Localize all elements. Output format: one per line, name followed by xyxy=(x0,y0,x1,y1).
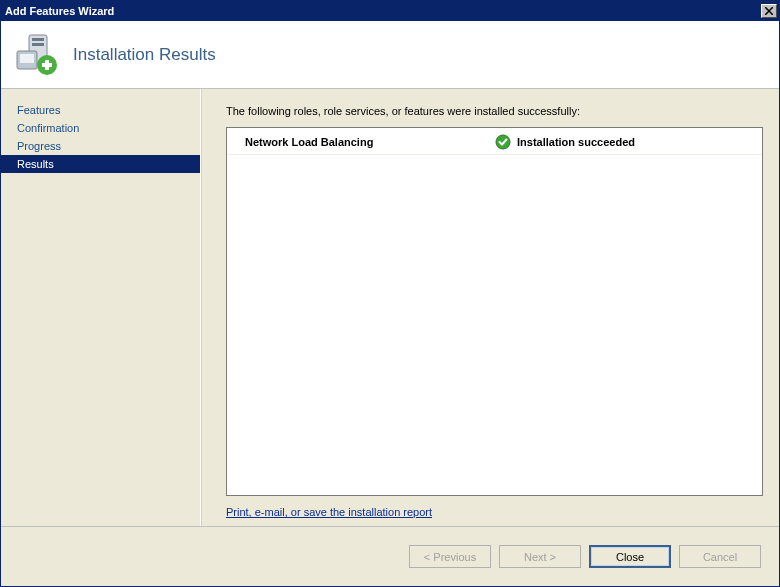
sidebar-item-confirmation[interactable]: Confirmation xyxy=(1,119,200,137)
server-wizard-icon xyxy=(15,33,59,77)
close-icon[interactable] xyxy=(761,4,777,18)
body: Features Confirmation Progress Results T… xyxy=(1,89,779,526)
svg-rect-7 xyxy=(45,60,49,70)
result-status-text: Installation succeeded xyxy=(517,136,635,148)
sidebar: Features Confirmation Progress Results xyxy=(1,89,201,526)
svg-rect-1 xyxy=(32,38,44,41)
previous-button: < Previous xyxy=(409,545,491,568)
installation-report-link[interactable]: Print, e-mail, or save the installation … xyxy=(226,506,763,518)
svg-rect-4 xyxy=(20,54,34,63)
close-button[interactable]: Close xyxy=(589,545,671,568)
sidebar-item-label: Confirmation xyxy=(17,122,79,134)
intro-text: The following roles, role services, or f… xyxy=(226,105,763,117)
result-row: Network Load Balancing Installation succ… xyxy=(227,128,762,155)
sidebar-item-label: Results xyxy=(17,158,54,170)
wizard-window: Add Features Wizard Installation Results… xyxy=(0,0,780,587)
content-pane: The following roles, role services, or f… xyxy=(202,89,779,526)
success-check-icon xyxy=(495,134,511,150)
next-button: Next > xyxy=(499,545,581,568)
titlebar: Add Features Wizard xyxy=(1,1,779,21)
page-title: Installation Results xyxy=(73,45,216,65)
result-status: Installation succeeded xyxy=(495,134,635,150)
sidebar-item-results[interactable]: Results xyxy=(1,155,200,173)
footer: < Previous Next > Close Cancel xyxy=(1,526,779,586)
header: Installation Results xyxy=(1,21,779,89)
sidebar-item-label: Features xyxy=(17,104,60,116)
sidebar-item-features[interactable]: Features xyxy=(1,101,200,119)
window-title: Add Features Wizard xyxy=(5,5,114,17)
sidebar-item-progress[interactable]: Progress xyxy=(1,137,200,155)
results-list: Network Load Balancing Installation succ… xyxy=(226,127,763,496)
sidebar-item-label: Progress xyxy=(17,140,61,152)
result-feature-name: Network Load Balancing xyxy=(245,136,495,148)
cancel-button: Cancel xyxy=(679,545,761,568)
svg-rect-2 xyxy=(32,43,44,46)
